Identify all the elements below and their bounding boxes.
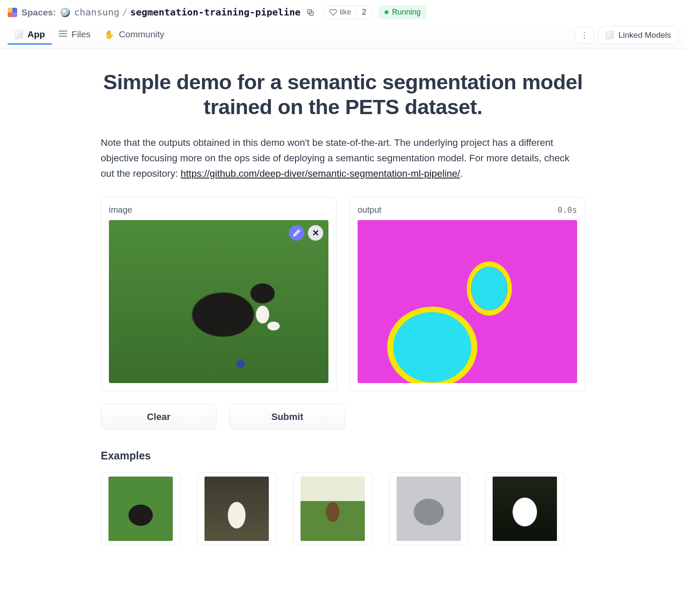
tab-community[interactable]: ✋ Community [97, 26, 171, 45]
description-suffix: . [460, 168, 463, 179]
status-badge: Running [379, 5, 427, 19]
tab-row: App Files ✋ Community ⋮ Linked Models [0, 22, 686, 48]
input-image [109, 220, 328, 383]
example-thumb [205, 477, 269, 541]
example-thumb [108, 477, 173, 541]
example-3[interactable] [293, 472, 373, 545]
linked-models-label: Linked Models [618, 30, 671, 40]
copy-icon[interactable] [305, 7, 316, 18]
example-4[interactable] [389, 472, 469, 545]
heart-icon [329, 9, 337, 16]
status-dot-icon [385, 10, 388, 14]
example-5[interactable] [485, 472, 565, 545]
example-thumb [397, 477, 461, 541]
tab-files-label: Files [72, 29, 90, 39]
breadcrumb-owner[interactable]: chansung [74, 7, 120, 18]
app-icon [15, 30, 23, 39]
tab-app[interactable]: App [8, 26, 52, 45]
input-label: image [109, 205, 132, 215]
io-row: image ✕ output 0.0s [101, 197, 585, 391]
like-pill: like 2 [324, 6, 372, 19]
example-thumb [493, 477, 557, 541]
examples-heading: Examples [101, 450, 585, 462]
pencil-icon [293, 229, 301, 237]
repo-link[interactable]: https://github.com/deep-diver/semantic-s… [181, 168, 460, 179]
files-icon [59, 30, 67, 38]
page-title: Simple demo for a semantic segmentation … [101, 70, 585, 120]
clear-button[interactable]: Clear [101, 404, 217, 430]
platform-label: Spaces: [21, 7, 56, 18]
examples-row [101, 472, 585, 545]
input-panel: image ✕ [101, 197, 337, 391]
breadcrumb-separator: / [122, 7, 128, 18]
edit-image-button[interactable] [289, 225, 304, 241]
output-timing: 0.0s [557, 205, 577, 214]
output-image [358, 220, 577, 383]
community-icon: ✋ [104, 30, 114, 39]
like-button[interactable]: like [324, 8, 356, 17]
example-2[interactable] [197, 472, 277, 545]
tab-community-label: Community [119, 29, 164, 39]
submit-button[interactable]: Submit [229, 404, 345, 430]
model-icon [606, 30, 614, 39]
description: Note that the outputs obtained in this d… [101, 135, 585, 181]
dots-vertical-icon: ⋮ [581, 31, 588, 39]
more-options-button[interactable]: ⋮ [575, 27, 594, 44]
close-icon: ✕ [312, 228, 319, 238]
output-label: output [358, 205, 382, 215]
header: Spaces: chansung / segmentation-training… [0, 0, 686, 22]
app-content: Simple demo for a semantic segmentation … [96, 70, 590, 571]
breadcrumb: chansung / segmentation-training-pipelin… [74, 7, 301, 18]
linked-models-button[interactable]: Linked Models [598, 26, 678, 45]
output-panel: output 0.0s [349, 197, 585, 391]
avatar[interactable] [60, 8, 70, 17]
like-label: like [340, 8, 351, 17]
tab-files[interactable]: Files [52, 26, 97, 45]
tab-app-label: App [27, 29, 45, 39]
breadcrumb-repo[interactable]: segmentation-training-pipeline [130, 7, 301, 18]
spaces-logo-icon [8, 8, 17, 17]
example-1[interactable] [101, 472, 181, 545]
status-label: Running [392, 8, 421, 17]
example-thumb [301, 477, 365, 541]
like-count: 2 [356, 8, 371, 17]
output-image-wrap [358, 220, 577, 383]
remove-image-button[interactable]: ✕ [308, 225, 323, 241]
image-edit-controls: ✕ [289, 225, 323, 241]
input-image-wrap[interactable]: ✕ [109, 220, 328, 383]
action-row: Clear Submit [101, 404, 585, 430]
